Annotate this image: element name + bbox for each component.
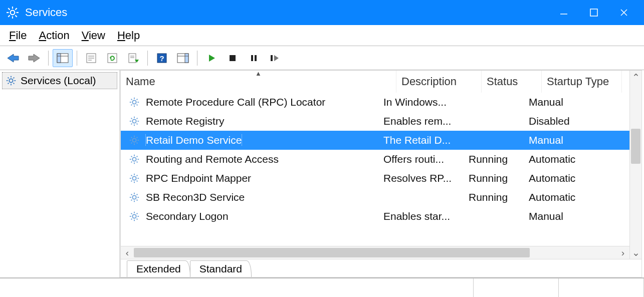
svg-point-102	[132, 214, 136, 218]
service-row[interactable]: Retail Demo ServiceThe Retail D...Manual	[121, 131, 629, 150]
toolbar: ?	[0, 46, 644, 70]
toolbar-separator	[77, 51, 77, 66]
service-description: In Windows...	[378, 96, 464, 108]
service-row[interactable]: Routing and Remote AccessOffers routi...…	[121, 150, 629, 169]
v-scroll-track[interactable]	[630, 84, 641, 246]
svg-line-71	[131, 137, 132, 138]
stop-service-button[interactable]	[223, 49, 243, 67]
tab-extended[interactable]: Extended	[127, 260, 190, 277]
toolbar-separator	[147, 51, 148, 66]
restart-service-button[interactable]	[265, 49, 285, 67]
svg-line-89	[131, 175, 132, 176]
svg-line-54	[137, 105, 138, 106]
svg-point-75	[132, 157, 136, 161]
svg-line-53	[131, 99, 132, 100]
forward-button[interactable]	[24, 49, 44, 67]
tree-root-services-local[interactable]: Services (Local)	[2, 72, 117, 89]
service-row[interactable]: RPC Endpoint MapperResolves RP...Running…	[121, 169, 629, 188]
menu-file[interactable]: File	[5, 27, 35, 44]
view-tabs: Extended Standard	[121, 259, 641, 277]
show-hide-action-pane-button[interactable]	[173, 49, 193, 67]
menu-view[interactable]: View	[78, 27, 113, 44]
svg-line-7	[8, 15, 10, 17]
properties-button[interactable]	[81, 49, 101, 67]
service-name: SB Recon3D Service	[146, 191, 245, 203]
minimize-button[interactable]	[549, 0, 579, 25]
svg-line-62	[131, 118, 132, 119]
svg-marker-13	[8, 54, 19, 62]
help-button[interactable]: ?	[152, 49, 172, 67]
svg-point-48	[132, 100, 136, 104]
svg-line-109	[131, 219, 132, 220]
status-segment	[559, 278, 644, 297]
scroll-left-icon[interactable]: ‹	[121, 246, 134, 259]
svg-line-63	[137, 124, 138, 125]
service-name: Routing and Remote Access	[146, 153, 279, 165]
service-name: RPC Endpoint Mapper	[146, 172, 251, 184]
svg-line-80	[131, 156, 132, 157]
service-name: Secondary Logon	[146, 210, 229, 222]
h-scroll-track[interactable]	[134, 246, 616, 259]
service-row[interactable]: Remote RegistryEnables rem...Disabled	[121, 112, 629, 131]
svg-line-55	[131, 105, 132, 106]
menu-action[interactable]: Action	[35, 27, 77, 44]
service-gear-icon	[129, 211, 142, 222]
list-pane: ▲ Name Description Status Startup Type R…	[120, 70, 642, 277]
svg-line-74	[137, 137, 138, 138]
back-button[interactable]	[3, 49, 23, 67]
scroll-up-icon[interactable]: ⌃	[630, 71, 641, 84]
status-segment	[474, 278, 559, 297]
service-name: Remote Procedure Call (RPC) Locator	[146, 96, 325, 108]
close-button[interactable]	[609, 0, 639, 25]
start-service-button[interactable]	[201, 49, 222, 67]
window-title: Services	[25, 6, 549, 19]
vertical-scrollbar[interactable]: ⌃ ⌄	[629, 71, 641, 259]
service-name: Retail Demo Service	[146, 134, 242, 146]
export-list-button[interactable]	[123, 49, 143, 67]
service-gear-icon	[129, 173, 142, 184]
service-gear-icon	[129, 116, 142, 127]
scroll-right-icon[interactable]: ›	[616, 246, 629, 259]
tree-root-label: Services (Local)	[21, 75, 96, 87]
svg-marker-33	[209, 55, 215, 62]
svg-line-65	[137, 118, 138, 119]
toolbar-separator	[197, 51, 197, 66]
menu-help[interactable]: Help	[113, 27, 148, 44]
tab-standard[interactable]: Standard	[190, 260, 252, 277]
status-bar	[0, 278, 644, 297]
column-header-name[interactable]: ▲ Name	[121, 71, 396, 93]
horizontal-scrollbar[interactable]: ‹ ›	[121, 246, 629, 259]
service-row[interactable]: Secondary LogonEnables star...Manual	[121, 207, 629, 226]
column-header-startup-type[interactable]: Startup Type	[542, 71, 622, 93]
svg-text:?: ?	[159, 54, 164, 63]
service-description: Resolves RP...	[378, 172, 464, 184]
column-header-status[interactable]: Status	[482, 71, 542, 93]
scroll-down-icon[interactable]: ⌄	[630, 246, 641, 259]
svg-rect-16	[57, 54, 61, 63]
svg-marker-38	[274, 55, 279, 61]
svg-line-101	[137, 194, 138, 195]
sort-ascending-icon: ▲	[255, 71, 262, 77]
svg-line-73	[131, 143, 132, 144]
service-row[interactable]: Remote Procedure Call (RPC) LocatorIn Wi…	[121, 93, 629, 112]
maximize-button[interactable]	[579, 0, 609, 25]
v-scroll-thumb[interactable]	[631, 129, 640, 164]
refresh-button[interactable]	[102, 49, 122, 67]
service-status: Running	[464, 153, 524, 165]
service-gear-icon	[129, 192, 142, 203]
svg-line-47	[14, 78, 15, 79]
svg-line-46	[8, 83, 9, 84]
service-startup-type: Manual	[524, 134, 604, 146]
svg-line-108	[137, 219, 138, 220]
pause-service-button[interactable]	[244, 49, 264, 67]
svg-point-0	[11, 11, 15, 15]
svg-rect-37	[271, 55, 273, 61]
show-hide-tree-button[interactable]	[53, 49, 73, 67]
service-row[interactable]: SB Recon3D ServiceRunningAutomatic	[121, 188, 629, 207]
title-bar: Services	[0, 0, 644, 25]
svg-line-45	[14, 83, 15, 84]
h-scroll-thumb[interactable]	[134, 248, 530, 257]
svg-line-5	[8, 8, 10, 10]
column-header-description[interactable]: Description	[396, 71, 482, 93]
svg-line-72	[137, 143, 138, 144]
